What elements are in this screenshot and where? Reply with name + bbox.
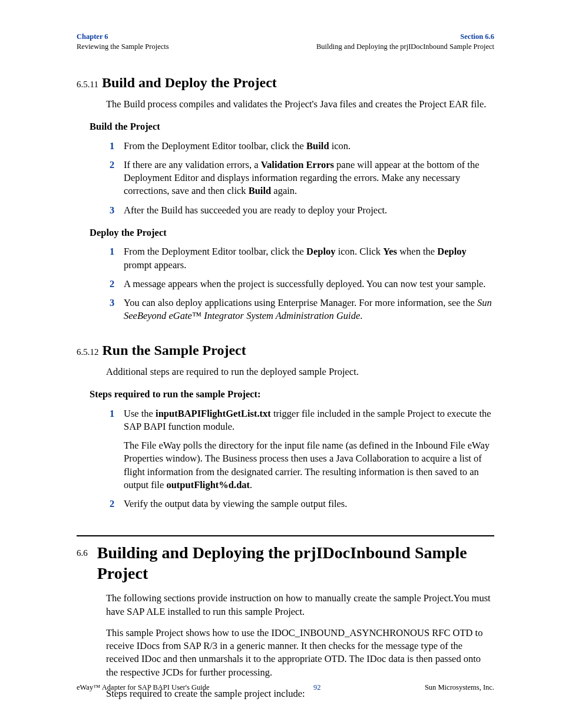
list-number: 3 xyxy=(110,297,114,309)
list-number: 2 xyxy=(110,278,114,291)
build-step-2: 2 If there are any validation errors, a … xyxy=(106,159,494,198)
header-section-sub: Building and Deploying the prjIDocInboun… xyxy=(316,42,494,52)
heading-num: 6.5.12 xyxy=(77,346,99,358)
deploy-steps-list: 1 From the Deployment Editor toolbar, cl… xyxy=(106,245,494,322)
list-number: 1 xyxy=(110,245,114,258)
header-chapter: Chapter 6 xyxy=(77,32,169,42)
list-number: 2 xyxy=(110,498,114,510)
build-steps-list: 1 From the Deployment Editor toolbar, cl… xyxy=(106,140,494,217)
heading-6-6: 6.6 Building and Deploying the prjIDocIn… xyxy=(77,542,494,584)
footer-left: eWay™ Adapter for SAP BAPI User's Guide xyxy=(77,683,210,693)
deploy-step-1: 1 From the Deployment Editor toolbar, cl… xyxy=(106,245,494,272)
page-footer: eWay™ Adapter for SAP BAPI User's Guide … xyxy=(77,683,494,693)
list-number: 3 xyxy=(110,204,114,217)
list-number: 1 xyxy=(110,407,114,420)
deploy-step-2: 2 A message appears when the project is … xyxy=(106,278,494,291)
heading-title: Build and Deploy the Project xyxy=(102,73,277,92)
run-steps-list: 1 Use the inputBAPIFlightGetList.txt tri… xyxy=(106,407,494,511)
p-6-6-1: The following sections provide instructi… xyxy=(106,592,494,618)
intro-6-5-11: The Build process compiles and validates… xyxy=(106,98,494,111)
build-step-1: 1 From the Deployment Editor toolbar, cl… xyxy=(106,140,494,153)
run-step-1: 1 Use the inputBAPIFlightGetList.txt tri… xyxy=(106,407,494,492)
heading-num: 6.6 xyxy=(77,547,88,559)
run-steps-heading: Steps required to run the sample Project… xyxy=(90,388,494,401)
footer-right: Sun Microsystems, Inc. xyxy=(425,683,494,693)
list-number: 2 xyxy=(110,159,114,172)
heading-num: 6.5.11 xyxy=(77,78,98,90)
build-step-3: 3 After the Build has succeeded you are … xyxy=(106,204,494,217)
list-number: 1 xyxy=(110,140,114,153)
page-header: Chapter 6 Reviewing the Sample Projects … xyxy=(77,32,494,52)
p-6-6-2: This sample Project shows how to use the… xyxy=(106,627,494,679)
heading-6-5-12: 6.5.12 Run the Sample Project xyxy=(77,341,494,360)
intro-6-5-12: Additional steps are required to run the… xyxy=(106,365,494,378)
deploy-step-3: 3 You can also deploy applications using… xyxy=(106,297,494,323)
heading-title: Run the Sample Project xyxy=(103,341,246,360)
header-chapter-sub: Reviewing the Sample Projects xyxy=(77,42,169,52)
heading-6-5-11: 6.5.11 Build and Deploy the Project xyxy=(77,73,494,92)
deploy-project-heading: Deploy the Project xyxy=(90,226,494,239)
header-section: Section 6.6 xyxy=(316,32,494,42)
run-step-1-para: The File eWay polls the directory for th… xyxy=(124,439,494,492)
footer-page-number: 92 xyxy=(313,683,321,693)
section-divider xyxy=(77,535,494,536)
run-step-2: 2 Verify the output data by viewing the … xyxy=(106,498,494,510)
build-project-heading: Build the Project xyxy=(90,120,494,133)
heading-title: Building and Deploying the prjIDocInboun… xyxy=(97,542,494,584)
